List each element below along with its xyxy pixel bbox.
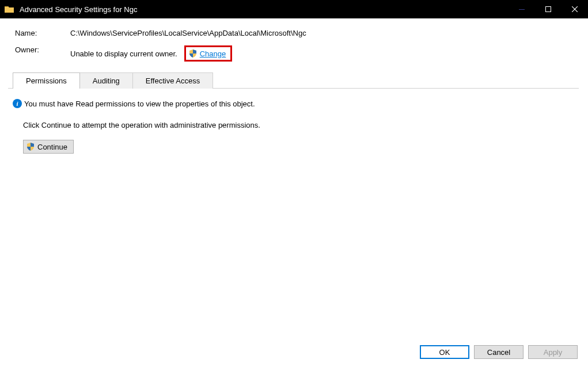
titlebar: Advanced Security Settings for Ngc (0, 0, 588, 18)
client-area: Name: C:\Windows\ServiceProfiles\LocalSe… (0, 18, 588, 367)
svg-rect-0 (519, 9, 525, 10)
close-button[interactable] (562, 0, 588, 18)
tab-row: Permissions Auditing Effective Access (13, 72, 579, 88)
change-owner-highlight: Change (184, 45, 233, 62)
tab-body: i You must have Read permissions to view… (8, 89, 579, 342)
folder-icon (5, 5, 14, 13)
continue-button-label: Continue (37, 143, 67, 151)
owner-value: Unable to display current owner. (70, 49, 177, 58)
apply-button[interactable]: Apply (528, 345, 578, 359)
tab-effective-access[interactable]: Effective Access (132, 72, 213, 89)
ok-button[interactable]: OK (420, 345, 469, 359)
owner-label: Owner: (15, 45, 70, 62)
name-label: Name: (15, 29, 70, 37)
footer-buttons: OK Cancel Apply (8, 342, 579, 360)
info-icon: i (13, 99, 22, 108)
minimize-button[interactable] (509, 0, 535, 18)
tab-permissions[interactable]: Permissions (13, 72, 80, 89)
uac-shield-icon (188, 49, 198, 58)
info-grid: Name: C:\Windows\ServiceProfiles\LocalSe… (8, 29, 579, 62)
owner-value-row: Unable to display current owner. Change (70, 45, 579, 62)
uac-shield-icon (26, 142, 35, 151)
cancel-button[interactable]: Cancel (474, 345, 523, 359)
change-owner-link[interactable]: Change (200, 49, 226, 58)
window-title: Advanced Security Settings for Ngc (20, 5, 138, 14)
continue-instruction: Click Continue to attempt the operation … (23, 121, 572, 129)
svg-rect-1 (546, 7, 551, 12)
tab-auditing[interactable]: Auditing (79, 72, 133, 89)
name-value: C:\Windows\ServiceProfiles\LocalService\… (70, 29, 579, 37)
permission-note-text: You must have Read permissions to view t… (24, 100, 255, 108)
maximize-button[interactable] (535, 0, 562, 18)
continue-button[interactable]: Continue (23, 140, 74, 154)
permission-note-row: i You must have Read permissions to view… (13, 99, 572, 108)
